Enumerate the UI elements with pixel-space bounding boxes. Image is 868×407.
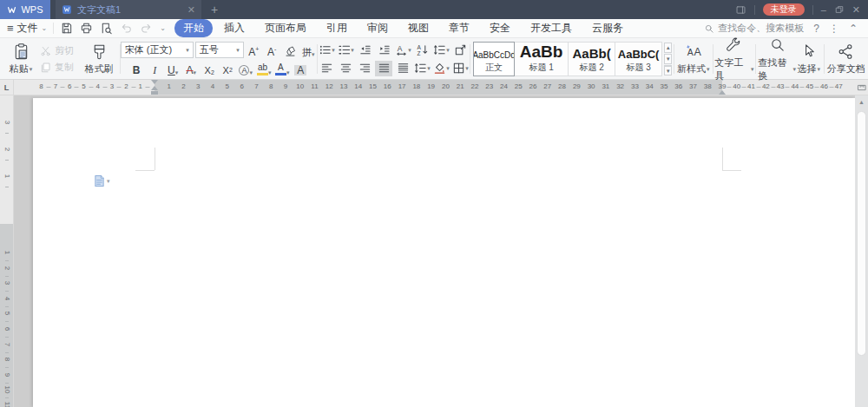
- ruler-number: 22: [470, 83, 478, 90]
- login-status-badge[interactable]: 未登录: [763, 3, 805, 16]
- underline-button[interactable]: U▾: [165, 61, 181, 76]
- minimize-button[interactable]: –: [821, 4, 826, 15]
- superscript-button[interactable]: X2: [201, 61, 218, 76]
- highlight-button[interactable]: ab▾: [256, 61, 273, 76]
- new-style-button[interactable]: AA 新样式▾: [676, 41, 711, 77]
- page-settings-widget[interactable]: ▾: [94, 174, 110, 187]
- left-indent-marker[interactable]: [151, 91, 158, 95]
- help-button[interactable]: ?: [813, 23, 819, 35]
- align-center-button[interactable]: [337, 61, 354, 76]
- asian-layout-button[interactable]: A▾: [394, 43, 411, 58]
- scrollbar-thumb[interactable]: [857, 111, 866, 356]
- collapse-ribbon-icon[interactable]: ⌃: [849, 23, 858, 35]
- print-button[interactable]: [80, 22, 93, 35]
- undo-button[interactable]: [120, 22, 133, 35]
- style-cell-3[interactable]: AaBbC(标题 3: [615, 42, 662, 76]
- sidebar-toggle-icon[interactable]: [735, 4, 746, 16]
- scroll-up-button[interactable]: ▲: [855, 95, 868, 108]
- vertical-scrollbar[interactable]: ▲: [855, 95, 868, 407]
- gallery-more-icon[interactable]: ▾: [664, 65, 672, 75]
- tab-stop-selector[interactable]: L: [0, 80, 14, 95]
- text-effects-button[interactable]: A▾: [238, 61, 254, 76]
- paragraph-spacing-button[interactable]: ▾: [432, 43, 450, 58]
- font-size-select[interactable]: 五号 ▾: [195, 42, 244, 58]
- font-family-select[interactable]: 宋体 (正文) ▾: [121, 42, 194, 58]
- shading-button[interactable]: ▾: [432, 61, 450, 76]
- decrease-font-button[interactable]: A-: [264, 43, 280, 58]
- bullet-list-button[interactable]: ▾: [318, 43, 335, 58]
- save-button[interactable]: [60, 22, 73, 35]
- strikethrough-button[interactable]: A▾: [183, 61, 200, 76]
- document-page[interactable]: ▾: [33, 98, 855, 407]
- paste-button[interactable]: 粘贴▾: [3, 41, 38, 77]
- ribbon-tab-3[interactable]: 引用: [318, 19, 356, 37]
- cut-button[interactable]: 剪切: [40, 44, 80, 57]
- line-spacing-button[interactable]: ▾: [413, 61, 431, 76]
- hanging-indent-marker[interactable]: [151, 86, 158, 90]
- ribbon-tab-1[interactable]: 插入: [215, 19, 253, 37]
- document-tab[interactable]: 文字文稿1 ✕: [56, 0, 201, 19]
- numbered-list-button[interactable]: ▾: [337, 43, 354, 58]
- ruler-number: 19: [427, 83, 435, 90]
- align-right-button[interactable]: [356, 61, 373, 76]
- style-cell-2[interactable]: AaBb(标题 2: [569, 42, 615, 76]
- style-cell-0[interactable]: AaBbCcDd正文: [473, 42, 515, 76]
- ribbon-tab-6[interactable]: 章节: [440, 19, 478, 37]
- file-menu-label: 文件: [17, 21, 38, 36]
- maximize-button[interactable]: [834, 4, 845, 15]
- redo-button[interactable]: [140, 22, 153, 35]
- file-menu-button[interactable]: ≡ 文件 ⌄: [7, 21, 47, 36]
- subscript-button[interactable]: X2: [220, 61, 236, 76]
- qat-customize-icon[interactable]: ⌄: [160, 24, 166, 32]
- close-button[interactable]: ✕: [852, 4, 860, 16]
- ruler-number: 6: [68, 83, 71, 90]
- ribbon-tab-0[interactable]: 开始: [174, 19, 213, 37]
- right-indent-marker[interactable]: [719, 90, 726, 95]
- ribbon-tab-8[interactable]: 开发工具: [522, 19, 581, 37]
- char-shading-button[interactable]: A: [293, 61, 309, 76]
- print-preview-button[interactable]: [100, 22, 113, 35]
- italic-button[interactable]: I: [147, 61, 163, 76]
- font-color-button[interactable]: A▾: [274, 61, 291, 76]
- borders-button[interactable]: ▾: [451, 61, 469, 76]
- gallery-up-icon[interactable]: ▴: [664, 43, 672, 53]
- increase-font-button[interactable]: A+: [246, 43, 262, 58]
- copy-button[interactable]: 复制: [40, 61, 80, 74]
- ribbon-tab-2[interactable]: 页面布局: [256, 19, 315, 37]
- bold-button[interactable]: B: [128, 61, 145, 76]
- vertical-ruler[interactable]: 3211234567891011: [0, 95, 14, 407]
- decrease-indent-button[interactable]: [356, 43, 373, 58]
- sort-button[interactable]: AZ: [413, 43, 431, 58]
- increase-indent-button[interactable]: [375, 43, 392, 58]
- tab-close-icon[interactable]: ✕: [187, 4, 195, 16]
- gallery-down-icon[interactable]: ▾: [664, 54, 672, 64]
- select-button[interactable]: 选择▾: [796, 41, 822, 77]
- first-line-indent-marker[interactable]: [151, 80, 158, 84]
- find-replace-button[interactable]: 查找替换▾: [758, 41, 796, 77]
- text-effects-icon: A: [239, 65, 249, 75]
- share-document-button[interactable]: 分享文档: [825, 41, 866, 77]
- new-tab-button[interactable]: +: [201, 0, 227, 19]
- ruler-toggle-icon: [857, 82, 867, 93]
- ribbon-tab-5[interactable]: 视图: [399, 19, 437, 37]
- command-search[interactable]: 查找命令、搜索模板: [704, 22, 804, 35]
- more-options-icon[interactable]: ⋮: [829, 23, 839, 35]
- pinyin-guide-button[interactable]: 拼▾: [300, 43, 317, 58]
- paragraph-layout-button[interactable]: [451, 43, 469, 58]
- wps-menu-button[interactable]: WPS: [0, 0, 50, 19]
- format-painter-button[interactable]: 格式刷: [80, 41, 118, 77]
- caret-down-icon: ▾: [751, 67, 754, 72]
- horizontal-ruler[interactable]: 8765432112345678910111213141516171819202…: [14, 80, 855, 95]
- ribbon-tab-4[interactable]: 审阅: [358, 19, 397, 37]
- clear-format-button[interactable]: [282, 43, 299, 58]
- justify-button[interactable]: [375, 61, 392, 76]
- ribbon-tab-9[interactable]: 云服务: [583, 19, 632, 37]
- line-spacing-icon: [414, 62, 427, 75]
- style-cell-1[interactable]: AaBb标题 1: [515, 42, 569, 76]
- align-left-button[interactable]: [318, 61, 335, 76]
- distribute-button[interactable]: [394, 61, 411, 76]
- text-tool-button[interactable]: 文字工具▾: [714, 41, 753, 77]
- ribbon-tab-7[interactable]: 安全: [481, 19, 519, 37]
- ruler-toggle-button[interactable]: [855, 80, 868, 95]
- caret-down-icon: ▾: [408, 48, 411, 53]
